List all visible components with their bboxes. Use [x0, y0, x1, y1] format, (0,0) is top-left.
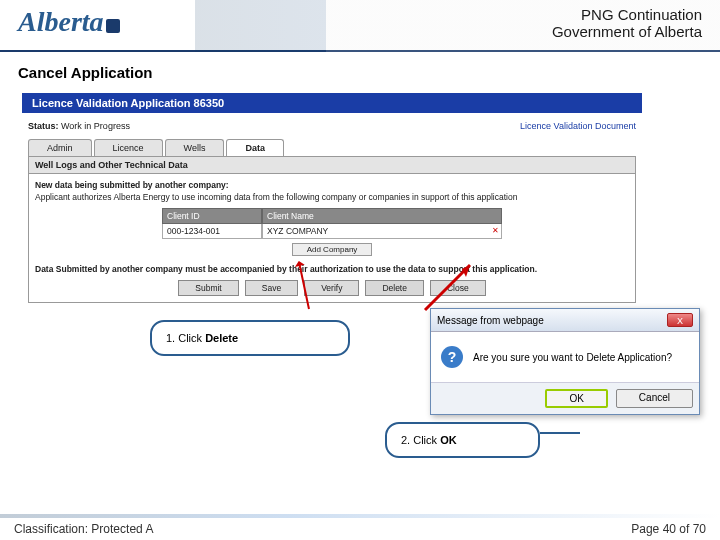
add-company-button[interactable]: Add Company [292, 243, 372, 256]
app-banner: Licence Validation Application 86350 [22, 93, 642, 113]
desc-bold: New data being submitted by another comp… [35, 180, 229, 190]
dialog-message: Are you sure you want to Delete Applicat… [473, 352, 672, 363]
table-row: 000-1234-001 XYZ COMPANY ✕ [162, 224, 502, 239]
save-button[interactable]: Save [245, 280, 298, 296]
status-label: Status: [28, 121, 59, 131]
dialog-cancel-button[interactable]: Cancel [616, 389, 693, 408]
logo-text: Alberta [18, 6, 104, 37]
callout2-connector [540, 432, 580, 434]
confirm-dialog: Message from webpage X ? Are you sure yo… [430, 308, 700, 415]
page-number: Page 40 of 70 [631, 522, 706, 536]
callout-step-1: 1. Click Delete [150, 320, 350, 356]
tab-licence[interactable]: Licence [94, 139, 163, 156]
app-body: Status: Work in Progress Licence Validat… [22, 113, 642, 309]
tabs: Admin Licence Wells Data [28, 139, 636, 156]
arrow-to-dialog-icon [420, 255, 480, 315]
submit-button[interactable]: Submit [178, 280, 238, 296]
client-table: Client ID Client Name 000-1234-001 XYZ C… [162, 208, 502, 256]
status-row: Status: Work in Progress Licence Validat… [28, 121, 636, 131]
status-label-block: Status: Work in Progress [28, 121, 130, 131]
tab-wells[interactable]: Wells [165, 139, 225, 156]
logo-dot-icon [106, 19, 120, 33]
page-header: Alberta PNG Continuation Government of A… [0, 0, 720, 52]
dialog-title-text: Message from webpage [437, 315, 544, 326]
dialog-titlebar: Message from webpage X [431, 309, 699, 332]
table-head: Client ID Client Name [162, 208, 502, 224]
dialog-close-icon[interactable]: X [667, 313, 693, 327]
callout1-bold: Delete [205, 332, 238, 344]
tab-subhead: Well Logs and Other Technical Data [29, 157, 635, 174]
delete-button[interactable]: Delete [365, 280, 424, 296]
desc-line: New data being submitted by another comp… [35, 180, 629, 190]
header-title-block: PNG Continuation Government of Alberta [552, 6, 702, 40]
tab-inner: New data being submitted by another comp… [29, 174, 635, 302]
app-screenshot: Licence Validation Application 86350 Sta… [22, 93, 642, 309]
header-title-line2: Government of Alberta [552, 23, 702, 40]
th-client-id: Client ID [162, 208, 262, 224]
doc-link[interactable]: Licence Validation Document [520, 121, 636, 131]
callout1-prefix: 1. Click [166, 332, 205, 344]
callout2-prefix: 2. Click [401, 434, 440, 446]
callout2-bold: OK [440, 434, 457, 446]
desc-rest: Applicant authorizes Alberta Energy to u… [35, 192, 629, 202]
page-footer: Classification: Protected A Page 40 of 7… [0, 512, 720, 540]
verify-button[interactable]: Verify [304, 280, 359, 296]
dialog-footer: OK Cancel [431, 382, 699, 414]
alberta-logo: Alberta [18, 6, 120, 38]
status-value: Work in Progress [61, 121, 130, 131]
section-title: Cancel Application [0, 52, 720, 89]
tab-admin[interactable]: Admin [28, 139, 92, 156]
td-client-id: 000-1234-001 [162, 224, 262, 239]
footer-decor [0, 514, 720, 518]
delete-row-icon[interactable]: ✕ [492, 226, 499, 235]
th-client-name: Client Name [262, 208, 502, 224]
auth-line: Data Submitted by another company must b… [35, 264, 629, 274]
classification-label: Classification: Protected A [14, 522, 153, 536]
callout-step-2: 2. Click OK [385, 422, 540, 458]
question-icon: ? [441, 346, 463, 368]
action-row: Submit Save Verify Delete Close [35, 280, 629, 296]
dialog-ok-button[interactable]: OK [545, 389, 607, 408]
td-client-name: XYZ COMPANY ✕ [262, 224, 502, 239]
dialog-body: ? Are you sure you want to Delete Applic… [431, 332, 699, 382]
tab-content: Well Logs and Other Technical Data New d… [28, 156, 636, 303]
td-client-name-text: XYZ COMPANY [267, 226, 328, 236]
tab-data[interactable]: Data [226, 139, 284, 156]
header-title-line1: PNG Continuation [552, 6, 702, 23]
